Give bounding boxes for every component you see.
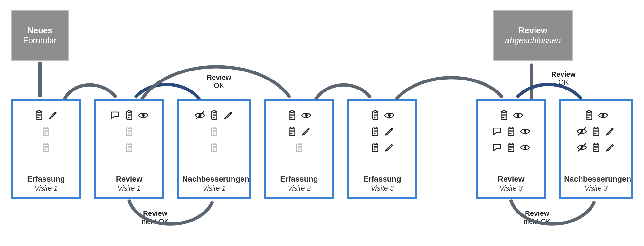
box-title: Review [99,175,159,184]
pencil-icon-wrap [384,126,395,138]
svg-rect-87 [510,127,513,128]
icon-row [124,126,135,138]
icon-row [370,142,395,155]
icon-row [491,126,531,138]
svg-rect-60 [298,143,301,145]
eye-icon-wrap [301,110,312,122]
icon-row [33,109,59,122]
box-subtitle: Visite 1 [182,184,246,193]
box-subtitle: Visite 2 [269,184,329,193]
box-review-v3: ReviewVisite 3 [476,99,546,199]
clipboard-icon [124,126,135,137]
clipboard-icon [591,126,601,137]
svg-rect-27 [128,143,131,145]
start-title: Neues [27,25,52,35]
svg-rect-99 [588,111,591,112]
clipboard-icon [583,110,594,121]
box-subtitle: Visite 3 [481,184,541,193]
clipboard-icon [370,126,381,137]
svg-line-105 [578,127,586,136]
svg-rect-55 [291,127,294,128]
eye-icon-wrap [138,110,149,122]
arrow-b7-to-b6 [517,84,582,99]
icon-row [209,126,220,138]
eye-icon [520,126,531,137]
clipboard-icon [124,110,135,121]
end-title: Review [518,25,547,35]
clipboard-gray-icon-wrap [209,126,220,138]
icon-row [41,142,52,155]
eye-slash-icon-wrap [576,142,587,154]
eye-icon-wrap [598,110,609,122]
comment-icon-wrap [109,110,120,122]
clipboard-icon-wrap [591,142,601,154]
box-caption: ReviewVisite 3 [481,175,541,193]
svg-rect-39 [213,127,216,128]
pencil-icon [384,126,395,137]
box-title: Nachbesserungen [564,175,628,184]
clipboard-icon [370,142,381,153]
box-caption: ErfassungVisite 1 [16,175,76,193]
svg-point-20 [142,114,145,117]
eye-icon [513,110,524,121]
box-icons [564,108,628,171]
pencil-icon-wrap [605,142,616,154]
box-icons [352,108,412,171]
box-caption: ErfassungVisite 2 [269,175,329,193]
box-title: Review [481,175,541,184]
icon-row [109,109,149,122]
clipboard-icon [506,142,516,153]
svg-line-112 [578,143,586,152]
icon-row [576,126,616,138]
icon-row [209,142,220,155]
icon-row [124,142,135,155]
box-icons [481,108,541,171]
clipboard-icon-wrap [370,142,381,154]
svg-rect-11 [45,143,48,145]
svg-rect-107 [595,127,598,128]
svg-rect-1 [38,111,41,112]
clipboard-icon-wrap [370,110,381,122]
pencil-icon-wrap [384,142,395,154]
box-icons [182,108,246,171]
svg-rect-93 [510,143,513,145]
box-title: Erfassung [269,175,329,184]
icon-row [294,142,305,155]
comment-icon [491,142,502,153]
box-icons [269,108,329,171]
box-erfassung-v3: ErfassungVisite 3 [347,99,417,199]
clipboard-icon [209,142,220,153]
clipboard-icon [506,126,516,137]
svg-point-91 [524,130,527,133]
clipboard-icon-wrap [209,110,220,122]
icon-row [287,109,312,122]
eye-icon [384,110,395,121]
clipboard-icon-wrap [506,126,516,138]
box-nachbesserungen-v1: NachbesserungenVisite 1 [177,99,251,199]
end-subtitle: abgeschlossen [505,35,561,45]
icon-row [583,109,609,122]
start-box: Neues Formular [11,10,69,61]
eye-slash-icon [576,142,587,153]
eye-slash-icon-wrap [576,126,587,138]
comment-icon-wrap [491,126,502,138]
eye-icon [301,110,312,121]
pencil-icon [301,126,312,137]
box-title: Erfassung [16,175,76,184]
pencil-icon-wrap [223,110,234,122]
pencil-icon [48,110,59,121]
clipboard-icon-wrap [583,110,594,122]
svg-point-97 [524,146,527,149]
svg-rect-49 [291,111,294,112]
clipboard-icon [41,126,52,137]
pencil-icon [384,142,395,153]
box-caption: ReviewVisite 1 [99,175,159,193]
pencil-icon-wrap [605,126,616,138]
clipboard-icon-wrap [506,142,516,154]
eye-icon-wrap [520,142,531,154]
pencil-icon [605,142,616,153]
label-review-ok-top: Review OK [196,73,242,90]
box-caption: ErfassungVisite 3 [352,175,412,193]
box-caption: NachbesserungenVisite 3 [564,175,628,193]
box-nachbesserungen-v3: NachbesserungenVisite 3 [559,99,633,199]
